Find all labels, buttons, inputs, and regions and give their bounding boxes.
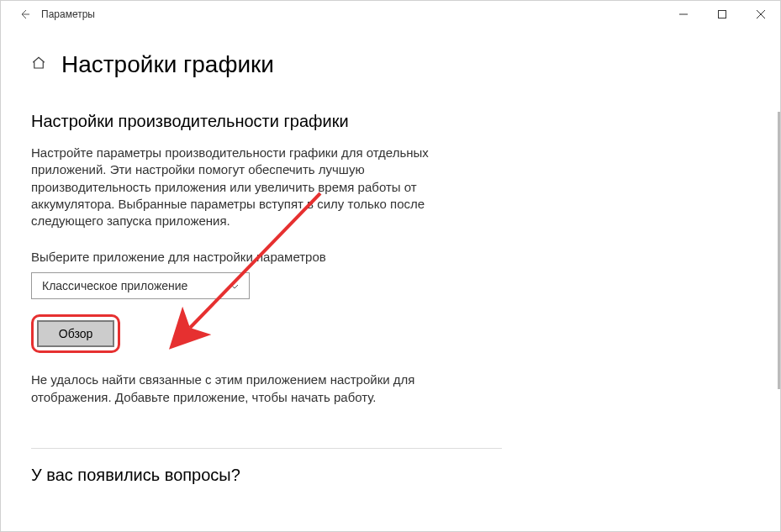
content-area: Настройки графики Настройки производител… [1, 28, 780, 531]
minimize-button[interactable] [664, 1, 703, 28]
window-title: Параметры [41, 8, 95, 20]
home-icon[interactable] [31, 55, 46, 75]
browse-button[interactable]: Обзор [37, 320, 114, 347]
section-title: Настройки производительности графики [31, 112, 750, 131]
notfound-text: Не удалось найти связанные с этим прилож… [31, 371, 451, 406]
maximize-button[interactable] [703, 1, 741, 28]
browse-button-label: Обзор [59, 327, 92, 340]
browse-highlight: Обзор [31, 314, 120, 353]
description-text: Настройте параметры производительности г… [31, 145, 435, 229]
scrollbar[interactable] [778, 112, 780, 389]
svg-rect-1 [719, 11, 726, 18]
select-app-label: Выберите приложение для настройки параме… [31, 250, 750, 264]
close-button[interactable] [741, 1, 780, 28]
divider [31, 448, 502, 449]
app-type-dropdown[interactable]: Классическое приложение [31, 272, 250, 299]
window-controls [664, 1, 780, 28]
page-title: Настройки графики [61, 51, 274, 78]
chevron-down-icon [230, 282, 239, 291]
dropdown-selected-value: Классическое приложение [42, 279, 187, 292]
titlebar: Параметры [1, 1, 780, 28]
help-section-title: У вас появились вопросы? [31, 466, 750, 485]
page-header: Настройки графики [31, 51, 750, 78]
back-button[interactable] [8, 1, 41, 28]
